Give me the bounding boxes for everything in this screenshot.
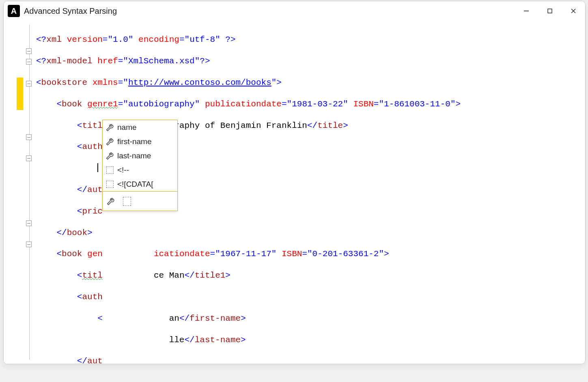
maximize-icon [547,8,553,14]
code-line[interactable]: <bookstore xmlns="http://www.contoso.com… [36,78,583,88]
autocomplete-item-name[interactable]: name [103,120,177,134]
snippet-icon[interactable] [123,197,131,205]
code-line[interactable]: </book> [36,228,583,238]
text-caret [97,163,98,172]
wrench-icon [106,152,114,160]
code-line[interactable]: <titl ce Man</title1> [36,270,583,281]
snippet-icon [106,180,114,188]
fold-toggle[interactable] [26,155,32,161]
fold-toggle[interactable] [26,134,32,140]
wrench-icon [106,138,114,146]
window-controls [515,1,585,21]
snippet-icon [106,166,114,174]
minimize-button[interactable] [515,1,538,21]
app-window: A Advanced Syntax Parsing <?xml [3,1,586,364]
code-line[interactable]: <?xml-model href="XmlSchema.xsd"?> [36,56,583,67]
autocomplete-item-label: <![CDATA[ [117,180,153,189]
editor[interactable]: <?xml version="1.0" encoding="utf-8" ?> … [4,21,585,364]
code-line[interactable]: <book gen icationdate="1967-11-17" ISBN=… [36,249,583,259]
autocomplete-item-cdata[interactable]: <![CDATA[ [103,177,177,191]
code-line[interactable]: <?xml version="1.0" encoding="utf-8" ?> [36,35,583,45]
autocomplete-item-label: <!-- [117,166,129,175]
gutter[interactable] [4,21,34,364]
fold-toggle[interactable] [26,48,32,54]
fold-toggle[interactable] [26,242,32,247]
autocomplete-item-label: name [117,123,137,132]
fold-toggle[interactable] [26,81,32,86]
autocomplete-item-label: first-name [117,137,151,146]
autocomplete-popup[interactable]: name first-name last-name <!-- [102,120,178,211]
code-line[interactable]: <auth [36,292,583,302]
wrench-icon [106,123,114,132]
code-line[interactable]: < an</first-name> [36,313,583,324]
minimize-icon [523,8,530,14]
autocomplete-item-last-name[interactable]: last-name [103,149,177,163]
close-button[interactable] [562,1,585,21]
app-icon: A [8,5,20,17]
fold-toggle[interactable] [26,220,32,226]
autocomplete-item-first-name[interactable]: first-name [103,134,177,149]
code-line[interactable]: lle</last-name> [36,335,583,345]
window-title: Advanced Syntax Parsing [24,6,117,16]
code-line[interactable]: <book genre1="autobiography" publication… [36,99,583,110]
svg-rect-1 [548,9,552,13]
autocomplete-item-label: last-name [117,151,151,160]
title-bar[interactable]: A Advanced Syntax Parsing [4,1,585,21]
autocomplete-footer [103,191,177,211]
modified-marker [17,78,23,110]
close-icon [570,8,577,14]
maximize-button[interactable] [538,1,562,21]
code-line[interactable]: </aut [36,356,583,364]
autocomplete-list: name first-name last-name <!-- [103,120,177,191]
wrench-icon[interactable] [107,197,115,205]
autocomplete-item-comment[interactable]: <!-- [103,163,177,177]
fold-toggle[interactable] [26,59,32,65]
fold-guide-line [29,25,30,360]
